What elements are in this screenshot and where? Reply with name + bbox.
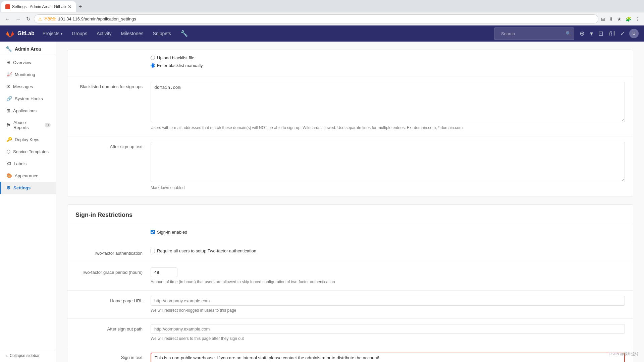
signin-enabled-checkbox-label[interactable]: Sign-in enabled — [151, 230, 625, 235]
sign-out-path-input[interactable] — [151, 324, 625, 334]
sign-in-text-input[interactable] — [151, 353, 625, 362]
home-page-url-help: We will redirect non-logged in users to … — [151, 308, 625, 313]
security-label: 不安全 — [44, 16, 56, 22]
radio-upload-blacklist[interactable]: Upload blacklist file — [151, 55, 625, 60]
back-button[interactable]: ← — [3, 15, 12, 23]
abuse-reports-icon: ⚑ — [6, 122, 11, 128]
home-page-url-label: Home page URL — [75, 296, 143, 304]
sign-in-text-group: Sign in text Markdown enabled — [67, 347, 633, 362]
nav-milestones[interactable]: Milestones — [117, 29, 148, 38]
tab-title: Settings · Admin Area · GitLab — [12, 4, 66, 9]
grace-period-label: Two-factor grace period (hours) — [75, 267, 143, 276]
sidebar-item-labels[interactable]: 🏷 Labels — [0, 158, 56, 170]
blacklisted-domains-help: Users with e-mail addresses that match t… — [151, 125, 625, 131]
signin-enabled-form-label — [75, 230, 143, 232]
two-factor-checkbox-text: Require all users to setup Two-factor au… — [157, 248, 256, 253]
extensions-icon[interactable]: 🧩 — [624, 15, 633, 23]
radio-manual-blacklist[interactable]: Enter blacklist manually — [151, 63, 625, 68]
after-signup-label: After sign up text — [75, 142, 143, 150]
signin-enabled-checkbox[interactable] — [151, 230, 155, 234]
refresh-button[interactable]: ↻ — [24, 14, 33, 23]
radio-manual-label: Enter blacklist manually — [157, 63, 203, 68]
translate-icon[interactable]: ⊞ — [600, 15, 606, 23]
tools-icon[interactable]: 🔧 — [180, 30, 188, 37]
sidebar-label-deploy-keys: Deploy Keys — [15, 137, 51, 142]
user-avatar[interactable]: U — [629, 29, 639, 38]
nav-activity[interactable]: Activity — [93, 29, 115, 38]
gitlab-logo[interactable]: GitLab — [5, 29, 35, 38]
sidebar-item-applications[interactable]: ⊞ Applications — [0, 105, 56, 117]
admin-area-icon: 🔧 — [5, 46, 12, 52]
sidebar: 🔧 Admin Area ⊞ Overview 📈 Monitoring ✉ M… — [0, 42, 56, 362]
collapse-sidebar-button[interactable]: « Collapse sidebar — [5, 353, 51, 358]
browser-tab[interactable]: Settings · Admin Area · GitLab ✕ — [1, 1, 76, 12]
appearance-icon: 🎨 — [6, 173, 12, 178]
after-signup-textarea[interactable] — [151, 142, 625, 182]
new-tab-button[interactable]: + — [76, 3, 85, 10]
radio-upload-input[interactable] — [151, 56, 155, 60]
sidebar-item-overview[interactable]: ⊞ Overview — [0, 56, 56, 68]
address-bar[interactable]: ⚠ 不安全 101.34.116.9/admin/application_set… — [34, 14, 598, 23]
applications-icon: ⊞ — [6, 108, 10, 113]
two-factor-label: Two-factor authentication — [75, 248, 143, 256]
signin-section-title: Sign-in Restrictions — [67, 205, 633, 224]
search-input[interactable] — [497, 29, 564, 38]
nav-projects[interactable]: Projects ▾ — [39, 29, 67, 38]
search-icon[interactable]: 🔍 — [566, 31, 571, 36]
radio-manual-input[interactable] — [151, 63, 155, 68]
two-factor-checkbox-label[interactable]: Require all users to setup Two-factor au… — [151, 248, 625, 253]
sidebar-label-settings: Settings — [13, 185, 51, 190]
sidebar-label-appearance: Appearance — [15, 173, 51, 178]
home-page-url-area: We will redirect non-logged in users to … — [151, 296, 625, 313]
sign-out-path-area: We will redirect users to this page afte… — [151, 324, 625, 342]
after-signup-help: Markdown enabled — [151, 185, 625, 191]
sign-out-path-group: After sign out path We will redirect use… — [67, 319, 633, 347]
nav-snippets[interactable]: Snippets — [149, 29, 175, 38]
sidebar-item-abuse-reports[interactable]: ⚑ Abuse Reports 0 — [0, 117, 56, 133]
sidebar-item-system-hooks[interactable]: 🔗 System Hooks — [0, 93, 56, 105]
system-hooks-icon: 🔗 — [6, 96, 12, 101]
sidebar-item-service-templates[interactable]: ⬡ Service Templates — [0, 145, 56, 158]
sidebar-label-abuse-reports: Abuse Reports — [13, 120, 42, 130]
gitlab-logo-text: GitLab — [17, 31, 35, 37]
sidebar-item-appearance[interactable]: 🎨 Appearance — [0, 170, 56, 182]
home-page-url-input[interactable] — [151, 296, 625, 306]
new-item-button[interactable]: ⊕ — [578, 28, 586, 39]
sidebar-item-deploy-keys[interactable]: 🔑 Deploy Keys — [0, 133, 56, 145]
abuse-reports-badge: 0 — [45, 123, 51, 127]
monitoring-icon: 📈 — [6, 72, 12, 77]
overview-icon: ⊞ — [6, 60, 10, 65]
blacklisted-domains-area: domain.com Users with e-mail addresses t… — [151, 82, 625, 131]
settings-icon[interactable]: ⋮ — [634, 15, 641, 23]
merge-requests-icon[interactable]: ⛙ — [607, 29, 616, 39]
download-icon[interactable]: ⬇ — [608, 15, 614, 23]
nav-groups[interactable]: Groups — [68, 29, 91, 38]
collapse-icon: « — [5, 353, 8, 358]
sidebar-item-monitoring[interactable]: 📈 Monitoring — [0, 68, 56, 80]
sign-out-path-help: We will redirect users to this page afte… — [151, 336, 625, 342]
two-factor-area: Require all users to setup Two-factor au… — [151, 248, 625, 256]
grace-period-input[interactable] — [151, 267, 177, 277]
tab-close-button[interactable]: ✕ — [68, 4, 72, 9]
two-factor-checkbox[interactable] — [151, 249, 155, 253]
blacklisted-domains-textarea[interactable]: domain.com — [151, 82, 625, 122]
grace-period-group: Two-factor grace period (hours) Amount o… — [67, 262, 633, 291]
sidebar-item-settings[interactable]: ⚙ Settings — [0, 182, 56, 194]
topnav-dropdown-button[interactable]: ▾ — [589, 28, 594, 39]
collapse-label: Collapse sidebar — [10, 353, 40, 358]
bookmark-icon[interactable]: ★ — [616, 15, 623, 23]
issues-icon[interactable]: ✓ — [619, 28, 627, 39]
sign-out-path-label: After sign out path — [75, 324, 143, 332]
main-content: Upload blacklist file Enter blacklist ma… — [56, 42, 644, 362]
signin-restrictions-section: Sign-in Restrictions Sign-in enabled Two… — [67, 204, 633, 362]
grace-period-area: Amount of time (in hours) that users are… — [151, 267, 625, 285]
blacklist-section: Upload blacklist file Enter blacklist ma… — [67, 50, 633, 196]
blacklisted-domains-group: Blacklisted domains for sign-ups domain.… — [67, 76, 633, 136]
sidebar-label-messages: Messages — [13, 84, 51, 89]
sign-in-text-area: Markdown enabled — [151, 353, 625, 362]
sidebar-label-overview: Overview — [13, 60, 51, 65]
forward-button[interactable]: → — [13, 15, 23, 23]
sidebar-item-messages[interactable]: ✉ Messages — [0, 80, 56, 93]
panel-icon[interactable]: ⊡ — [597, 28, 605, 39]
sidebar-header: 🔧 Admin Area — [0, 42, 56, 56]
